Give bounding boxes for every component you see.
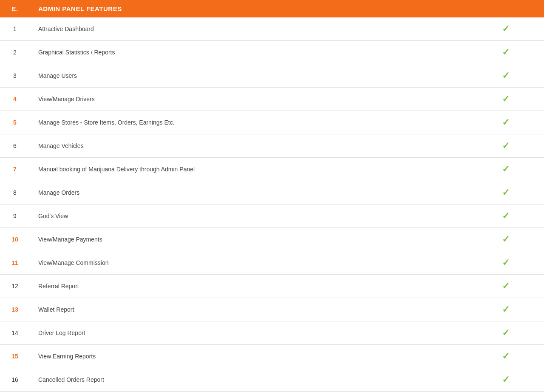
table-row: 14 Driver Log Report ✓ [0,321,544,345]
table-header-row: E. ADMIN PANEL FEATURES [0,0,544,17]
row-number: 14 [0,321,30,345]
row-check: ✓ [468,134,544,158]
row-feature: God's View [30,205,468,228]
row-feature: Referral Report [30,275,468,298]
row-feature: View/Manage Drivers [30,88,468,111]
table-row: 13 Wallet Report ✓ [0,298,544,321]
row-check: ✓ [468,345,544,368]
row-number: 10 [0,228,30,251]
row-number: 12 [0,275,30,298]
checkmark-icon: ✓ [502,234,510,244]
row-feature: Wallet Report [30,298,468,321]
row-check: ✓ [468,205,544,228]
checkmark-icon: ✓ [502,164,510,174]
row-check: ✓ [468,251,544,275]
row-check: ✓ [468,111,544,134]
checkmark-icon: ✓ [502,140,510,151]
checkmark-icon: ✓ [502,257,510,268]
row-check: ✓ [468,321,544,345]
table-row: 2 Graphical Statistics / Reports ✓ [0,41,544,64]
row-check: ✓ [468,64,544,88]
row-number: 3 [0,64,30,88]
table-row: 11 View/Manage Commission ✓ [0,251,544,275]
row-number: 13 [0,298,30,321]
header-check [468,0,544,17]
row-number: 7 [0,158,30,181]
row-feature: Manual booking of Marijuana Delivery thr… [30,158,468,181]
row-check: ✓ [468,17,544,41]
header-section: E. [0,0,30,17]
table-row: 15 View Earning Reports ✓ [0,345,544,368]
row-feature: Manage Users [30,64,468,88]
table-container: E. ADMIN PANEL FEATURES 1 Attractive Das… [0,0,544,392]
row-check: ✓ [468,181,544,205]
row-feature: Manage Orders [30,181,468,205]
table-row: 1 Attractive Dashboard ✓ [0,17,544,41]
row-check: ✓ [468,368,544,392]
row-check: ✓ [468,41,544,64]
table-row: 9 God's View ✓ [0,205,544,228]
row-feature: Driver Log Report [30,321,468,345]
row-number: 2 [0,41,30,64]
table-row: 7 Manual booking of Marijuana Delivery t… [0,158,544,181]
row-feature: View/Manage Commission [30,251,468,275]
checkmark-icon: ✓ [502,304,510,315]
row-feature: Cancelled Orders Report [30,368,468,392]
checkmark-icon: ✓ [502,117,510,128]
table-row: 12 Referral Report ✓ [0,275,544,298]
table-row: 4 View/Manage Drivers ✓ [0,88,544,111]
row-check: ✓ [468,158,544,181]
row-number: 5 [0,111,30,134]
row-feature: Attractive Dashboard [30,17,468,41]
row-feature: Graphical Statistics / Reports [30,41,468,64]
row-number: 11 [0,251,30,275]
checkmark-icon: ✓ [502,351,510,361]
row-number: 6 [0,134,30,158]
checkmark-icon: ✓ [502,94,510,104]
table-row: 10 View/Manage Payments ✓ [0,228,544,251]
checkmark-icon: ✓ [502,281,510,291]
row-feature: View Earning Reports [30,345,468,368]
row-check: ✓ [468,88,544,111]
row-number: 16 [0,368,30,392]
row-number: 8 [0,181,30,205]
checkmark-icon: ✓ [502,327,510,338]
row-number: 1 [0,17,30,41]
checkmark-icon: ✓ [502,23,510,34]
row-check: ✓ [468,298,544,321]
table-row: 8 Manage Orders ✓ [0,181,544,205]
row-check: ✓ [468,228,544,251]
row-number: 15 [0,345,30,368]
table-row: 3 Manage Users ✓ [0,64,544,88]
table-row: 6 Manage Vehicles ✓ [0,134,544,158]
checkmark-icon: ✓ [502,374,510,385]
checkmark-icon: ✓ [502,70,510,81]
checkmark-icon: ✓ [502,210,510,221]
header-title: ADMIN PANEL FEATURES [30,0,468,17]
table-row: 5 Manage Stores - Store Items, Orders, E… [0,111,544,134]
row-number: 4 [0,88,30,111]
row-feature: Manage Stores - Store Items, Orders, Ear… [30,111,468,134]
row-feature: Manage Vehicles [30,134,468,158]
row-check: ✓ [468,275,544,298]
checkmark-icon: ✓ [502,47,510,57]
row-feature: View/Manage Payments [30,228,468,251]
features-table: E. ADMIN PANEL FEATURES 1 Attractive Das… [0,0,544,392]
table-row: 16 Cancelled Orders Report ✓ [0,368,544,392]
checkmark-icon: ✓ [502,187,510,198]
row-number: 9 [0,205,30,228]
